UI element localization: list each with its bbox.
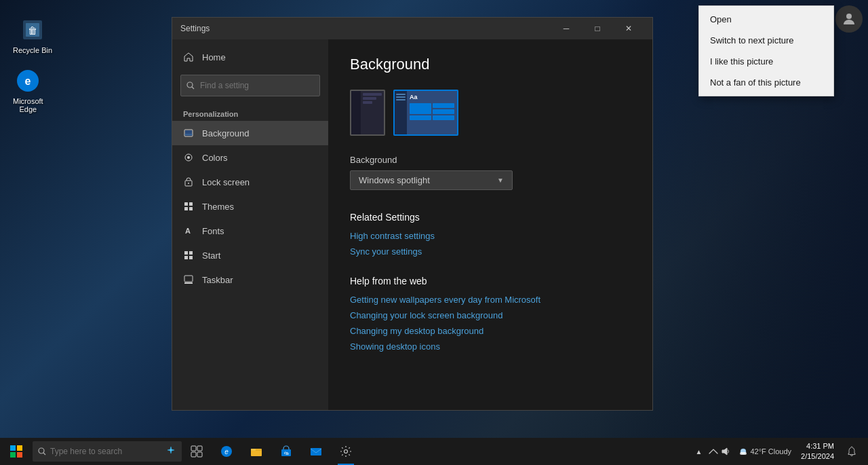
task-view-icon bbox=[191, 445, 203, 458]
taskbar-explorer-button[interactable] bbox=[241, 438, 271, 465]
preview-dark-theme[interactable] bbox=[350, 90, 385, 136]
svg-rect-17 bbox=[189, 207, 193, 210]
preview-large-thumbnail: Aa bbox=[393, 90, 458, 136]
sidebar-item-fonts-label: Fonts bbox=[202, 226, 224, 236]
preview-blue-theme[interactable]: Aa bbox=[393, 90, 458, 136]
svg-rect-16 bbox=[184, 207, 188, 210]
minimize-button[interactable]: ─ bbox=[551, 18, 582, 39]
system-tray[interactable] bbox=[705, 446, 734, 457]
colors-icon bbox=[183, 152, 194, 163]
svg-rect-24 bbox=[184, 282, 193, 284]
svg-rect-39 bbox=[251, 449, 256, 451]
sidebar-item-background-label: Background bbox=[202, 128, 249, 138]
svg-rect-33 bbox=[197, 446, 202, 451]
sidebar-item-lock-screen[interactable]: Lock screen bbox=[172, 170, 328, 194]
svg-rect-21 bbox=[184, 256, 188, 259]
svg-rect-23 bbox=[184, 276, 193, 282]
context-menu-not-fan[interactable]: Not a fan of this picture bbox=[699, 72, 833, 93]
svg-rect-8 bbox=[185, 130, 192, 136]
svg-point-5 bbox=[187, 82, 193, 88]
svg-rect-42 bbox=[311, 448, 321, 455]
file-explorer-icon bbox=[250, 445, 262, 458]
sidebar-search[interactable] bbox=[180, 75, 320, 96]
svg-rect-27 bbox=[17, 445, 22, 451]
volume-status-icon bbox=[721, 447, 730, 456]
taskbar-edge-button[interactable]: e bbox=[212, 438, 241, 465]
sidebar-item-start[interactable]: Start bbox=[172, 243, 328, 267]
recycle-bin-label: Recycle Bin bbox=[13, 46, 52, 54]
window-title: Settings bbox=[180, 24, 210, 33]
sidebar-search-input[interactable] bbox=[200, 81, 314, 90]
show-hidden-icons-button[interactable]: ▲ bbox=[693, 446, 704, 457]
notification-center-button[interactable] bbox=[841, 438, 863, 465]
help-link-3[interactable]: Showing desktop icons bbox=[350, 341, 631, 352]
taskbar-search-input[interactable] bbox=[50, 447, 159, 456]
related-settings-section: Related Settings High contrast settings … bbox=[350, 212, 631, 257]
sidebar: Home Personalization bbox=[172, 39, 328, 410]
sidebar-item-colors[interactable]: Colors bbox=[172, 145, 328, 170]
close-button[interactable]: ✕ bbox=[613, 18, 644, 39]
sidebar-item-themes[interactable]: Themes bbox=[172, 194, 328, 219]
window-titlebar: Settings ─ □ ✕ bbox=[172, 18, 652, 39]
user-icon-button[interactable] bbox=[835, 5, 863, 33]
svg-rect-28 bbox=[10, 452, 16, 458]
help-link-0[interactable]: Getting new wallpapers every day from Mi… bbox=[350, 295, 631, 305]
context-menu-switch-picture[interactable]: Switch to next picture bbox=[699, 30, 833, 51]
taskbar-time: 4:31 PM bbox=[806, 441, 834, 451]
context-menu-like-picture[interactable]: I like this picture bbox=[699, 51, 833, 72]
taskbar-start-button[interactable] bbox=[0, 438, 33, 465]
taskbar-icon bbox=[183, 274, 194, 285]
sidebar-item-home[interactable]: Home bbox=[172, 45, 328, 69]
edge-icon: e bbox=[14, 67, 41, 94]
page-title: Background bbox=[350, 56, 631, 73]
svg-rect-19 bbox=[184, 251, 188, 255]
themes-icon bbox=[183, 201, 194, 212]
desktop-icon-recycle-bin[interactable]: 🗑 Recycle Bin bbox=[10, 14, 55, 57]
sidebar-section-label: Personalization bbox=[172, 105, 328, 121]
home-label: Home bbox=[202, 52, 226, 62]
sync-settings-link[interactable]: Sync your settings bbox=[350, 246, 631, 257]
taskbar-settings-button[interactable] bbox=[331, 438, 361, 465]
help-link-2[interactable]: Changing my desktop background bbox=[350, 326, 631, 336]
taskbar-task-view-button[interactable] bbox=[182, 438, 212, 465]
taskbar-search[interactable] bbox=[33, 441, 182, 462]
start-icon bbox=[183, 250, 194, 261]
context-menu-open[interactable]: Open bbox=[699, 9, 833, 30]
svg-rect-32 bbox=[191, 446, 196, 451]
recycle-bin-icon: 🗑 bbox=[19, 16, 46, 43]
help-title: Help from the web bbox=[350, 276, 631, 286]
dropdown-value: Windows spotlight bbox=[359, 175, 430, 185]
svg-rect-29 bbox=[17, 452, 22, 458]
help-section: Help from the web Getting new wallpapers… bbox=[350, 276, 631, 352]
background-icon bbox=[183, 128, 194, 138]
weather-widget[interactable]: 42°F Cloudy bbox=[735, 446, 794, 457]
desktop: 🗑 Recycle Bin e MicrosoftEdge Settings ─… bbox=[0, 0, 868, 465]
sidebar-item-taskbar[interactable]: Taskbar bbox=[172, 267, 328, 292]
svg-rect-34 bbox=[191, 452, 196, 457]
settings-window: Settings ─ □ ✕ Home bbox=[172, 17, 653, 411]
help-link-1[interactable]: Changing your lock screen background bbox=[350, 310, 631, 320]
svg-point-13 bbox=[188, 183, 189, 184]
dropdown-arrow-icon: ▼ bbox=[497, 176, 504, 184]
svg-rect-26 bbox=[10, 445, 16, 451]
maximize-button[interactable]: □ bbox=[582, 18, 613, 39]
svg-point-11 bbox=[187, 156, 190, 159]
context-menu: Open Switch to next picture I like this … bbox=[698, 5, 834, 96]
store-icon: 🛍 bbox=[280, 445, 292, 458]
taskbar: e 🛍 bbox=[0, 438, 868, 465]
sidebar-item-background[interactable]: Background bbox=[172, 121, 328, 145]
taskbar-clock[interactable]: 4:31 PM 2/15/2024 bbox=[795, 438, 840, 465]
edge-taskbar-icon: e bbox=[220, 445, 233, 458]
sidebar-item-start-label: Start bbox=[202, 250, 220, 261]
theme-preview: Aa bbox=[350, 90, 631, 136]
taskbar-mail-button[interactable] bbox=[301, 438, 331, 465]
sidebar-item-fonts[interactable]: A Fonts bbox=[172, 219, 328, 243]
volume-icon bbox=[720, 446, 731, 457]
high-contrast-link[interactable]: High contrast settings bbox=[350, 231, 631, 241]
svg-rect-14 bbox=[184, 202, 188, 206]
background-dropdown[interactable]: Windows spotlight ▼ bbox=[350, 170, 513, 190]
sidebar-item-lock-screen-label: Lock screen bbox=[202, 177, 250, 187]
desktop-icon-edge[interactable]: e MicrosoftEdge bbox=[10, 64, 46, 116]
windows-logo-icon bbox=[10, 445, 22, 458]
taskbar-store-button[interactable]: 🛍 bbox=[271, 438, 301, 465]
